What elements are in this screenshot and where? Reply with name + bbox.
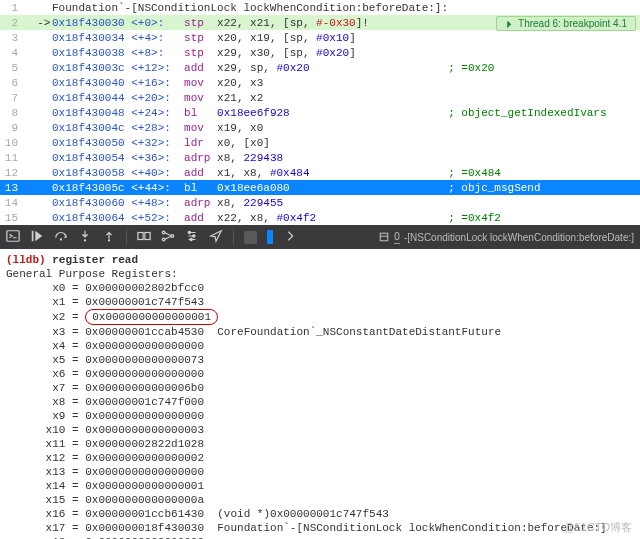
asm-line[interactable]: 130x18f43005c <+44>: bl 0x18ee6a080 ; ob… [0, 180, 640, 195]
line-number: 11 [0, 152, 24, 164]
asm-code: 0x18f430050 <+32>: ldr x0, [x0] [52, 137, 640, 149]
svg-point-4 [108, 239, 110, 241]
asm-line[interactable]: 1Foundation`-[NSConditionLock lockWhenCo… [0, 0, 640, 15]
play-icon: ⏵ [505, 18, 515, 29]
asm-line[interactable]: 90x18f43004c <+28>: mov x19, x0 [0, 120, 640, 135]
asm-code: Foundation`-[NSConditionLock lockWhenCon… [52, 2, 640, 14]
asm-code: 0x18f430034 <+4>: stp x20, x19, [sp, #0x… [52, 32, 640, 44]
line-number: 5 [0, 62, 24, 74]
breakpoint-text: Thread 6: breakpoint 4.1 [518, 18, 627, 29]
asm-code: 0x18f43005c <+44>: bl 0x18ee6a080 ; objc… [52, 182, 640, 194]
debug-toolbar: 0 -[NSConditionLock lockWhenCondition:be… [0, 225, 640, 249]
jump-prefix: 0 [394, 231, 400, 244]
asm-line[interactable]: 40x18f430038 <+8>: stp x29, x30, [sp, #0… [0, 45, 640, 60]
separator [233, 229, 234, 245]
line-number: 4 [0, 47, 24, 59]
register-line: x8 = 0x00000001c747f000 [6, 395, 634, 409]
register-line: x12 = 0x0000000000000002 [6, 451, 634, 465]
line-number: 6 [0, 77, 24, 89]
register-line: x0 = 0x00000002802bfcc0 [6, 281, 634, 295]
register-line: x6 = 0x0000000000000000 [6, 367, 634, 381]
register-line: x16 = 0x00000001ccb61430 (void *)0x00000… [6, 507, 634, 521]
svg-point-10 [188, 231, 190, 233]
asm-line[interactable]: 140x18f430060 <+48>: adrp x8, 229455 [0, 195, 640, 210]
line-number: 9 [0, 122, 24, 134]
line-number: 3 [0, 32, 24, 44]
line-number: 13 [0, 182, 24, 194]
register-line: x14 = 0x0000000000000001 [6, 479, 634, 493]
asm-line[interactable]: 150x18f430064 <+52>: add x22, x8, #0x4f2… [0, 210, 640, 225]
register-line: x13 = 0x0000000000000000 [6, 465, 634, 479]
lldb-prompt: (lldb) [6, 254, 46, 266]
jump-target-label: -[NSConditionLock lockWhenCondition:befo… [404, 232, 634, 243]
separator [126, 229, 127, 245]
asm-code: 0x18f430048 <+24>: bl 0x18ee6f928 ; obje… [52, 107, 640, 119]
svg-point-12 [190, 238, 192, 240]
asm-code: 0x18f43004c <+28>: mov x19, x0 [52, 122, 640, 134]
register-line: x11 = 0x00000002822d1028 [6, 437, 634, 451]
line-number: 7 [0, 92, 24, 104]
disassembly-pane[interactable]: 1Foundation`-[NSConditionLock lockWhenCo… [0, 0, 640, 225]
asm-line[interactable]: 30x18f430034 <+4>: stp x20, x19, [sp, #0… [0, 30, 640, 45]
step-out-icon[interactable] [102, 229, 116, 246]
continue-icon[interactable] [30, 229, 44, 246]
svg-point-3 [84, 239, 86, 241]
watermark: @51CTO博客 [564, 520, 632, 535]
register-line: x17 = 0x000000018f430030 Foundation`-[NS… [6, 521, 634, 535]
svg-point-11 [193, 234, 195, 236]
svg-rect-5 [138, 232, 143, 239]
asm-line[interactable]: 100x18f430050 <+32>: ldr x0, [x0] [0, 135, 640, 150]
asm-code: 0x18f430064 <+52>: add x22, x8, #0x4f2 ;… [52, 212, 640, 224]
svg-point-2 [60, 238, 62, 240]
register-line: x7 = 0x00000000000006b0 [6, 381, 634, 395]
asm-line[interactable]: 110x18f430054 <+36>: adrp x8, 229438 [0, 150, 640, 165]
jump-bar[interactable]: 0 -[NSConditionLock lockWhenCondition:be… [378, 231, 634, 244]
asm-line[interactable]: 120x18f430058 <+40>: add x1, x8, #0x484 … [0, 165, 640, 180]
asm-code: 0x18f43003c <+12>: add x29, sp, #0x20 ; … [52, 62, 640, 74]
asm-code: 0x18f430040 <+16>: mov x20, x3 [52, 77, 640, 89]
svg-rect-13 [381, 233, 389, 241]
lldb-console[interactable]: (lldb) register read General Purpose Reg… [0, 249, 640, 539]
memory-graph-icon[interactable] [161, 229, 175, 246]
svg-rect-1 [32, 230, 34, 241]
svg-rect-6 [145, 232, 150, 239]
pc-arrow: -> [24, 17, 52, 29]
register-line: x4 = 0x0000000000000000 [6, 339, 634, 353]
asm-code: 0x18f430060 <+48>: adrp x8, 229455 [52, 197, 640, 209]
line-number: 12 [0, 167, 24, 179]
line-number: 2 [0, 17, 24, 29]
chevron-right-icon[interactable] [283, 229, 297, 246]
asm-line[interactable]: 60x18f430040 <+16>: mov x20, x3 [0, 75, 640, 90]
register-line: x18 = 0x0000000000000000 [6, 535, 634, 539]
lldb-command: register read [52, 254, 138, 266]
line-number: 15 [0, 212, 24, 224]
register-line: x3 = 0x00000001ccab4530 CoreFoundation`_… [6, 325, 634, 339]
breakpoint-badge: ⏵ Thread 6: breakpoint 4.1 [496, 16, 636, 31]
register-line: x9 = 0x0000000000000000 [6, 409, 634, 423]
register-line: x1 = 0x00000001c747f543 [6, 295, 634, 309]
register-line: x5 = 0x0000000000000073 [6, 353, 634, 367]
register-line: x15 = 0x000000000000000a [6, 493, 634, 507]
console-title: General Purpose Registers: [6, 267, 634, 281]
env-overrides-icon[interactable] [185, 229, 199, 246]
step-over-icon[interactable] [54, 229, 68, 246]
asm-code: 0x18f430058 <+40>: add x1, x8, #0x484 ; … [52, 167, 640, 179]
line-number: 10 [0, 137, 24, 149]
toolbar-box[interactable] [244, 231, 257, 244]
breakpoint-toggle-icon[interactable] [267, 230, 273, 244]
step-into-icon[interactable] [78, 229, 92, 246]
asm-line[interactable]: 70x18f430044 <+20>: mov x21, x2 [0, 90, 640, 105]
asm-code: 0x18f430038 <+8>: stp x29, x30, [sp, #0x… [52, 47, 640, 59]
register-line: x10 = 0x0000000000000003 [6, 423, 634, 437]
register-line: x2 = 0x0000000000000001 [6, 309, 634, 325]
console-icon[interactable] [6, 229, 20, 246]
asm-code: 0x18f430054 <+36>: adrp x8, 229438 [52, 152, 640, 164]
line-number: 8 [0, 107, 24, 119]
asm-line[interactable]: 50x18f43003c <+12>: add x29, sp, #0x20 ;… [0, 60, 640, 75]
console-prompt-line: (lldb) register read [6, 253, 634, 267]
location-icon[interactable] [209, 229, 223, 246]
debug-view-icon[interactable] [137, 229, 151, 246]
asm-code: 0x18f430044 <+20>: mov x21, x2 [52, 92, 640, 104]
asm-line[interactable]: 80x18f430048 <+24>: bl 0x18ee6f928 ; obj… [0, 105, 640, 120]
line-number: 14 [0, 197, 24, 209]
